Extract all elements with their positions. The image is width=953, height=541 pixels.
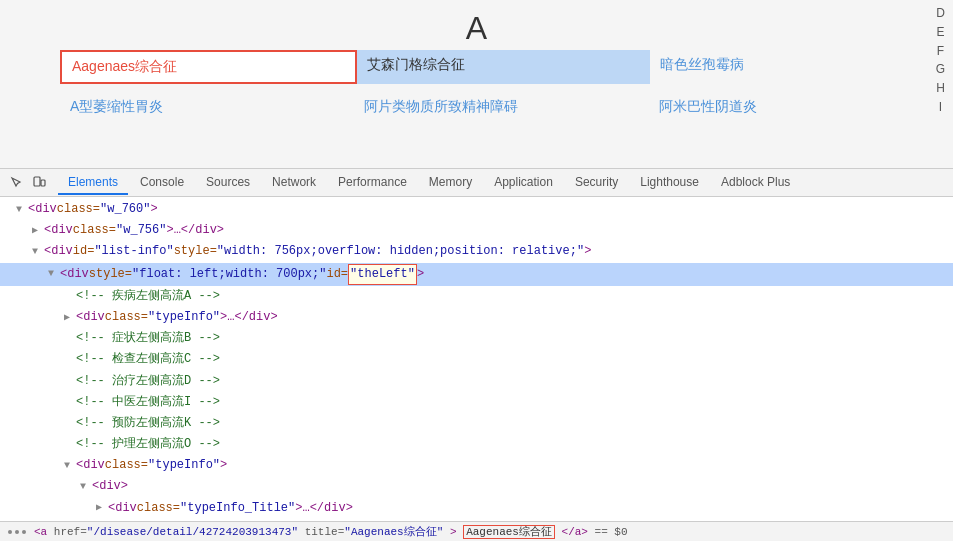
expand-arrow[interactable]: ▶	[96, 500, 108, 516]
page-content: Aagenaes综合征 艾森门格综合征 暗色丝孢霉病 A型萎缩性胃炎 阿片类物质…	[60, 50, 943, 130]
preview-area: A Aagenaes综合征 艾森门格综合征 暗色丝孢霉病 A型萎缩性胃炎 阿片类…	[0, 0, 953, 168]
disease-item-3[interactable]: 暗色丝孢霉病	[650, 50, 943, 84]
code-attr: class=	[57, 200, 100, 219]
tab-elements[interactable]: Elements	[58, 171, 128, 195]
disease-item-6[interactable]: 阿米巴性阴道炎	[649, 92, 943, 122]
disease-row-1: Aagenaes综合征 艾森门格综合征 暗色丝孢霉病	[60, 50, 943, 84]
code-line-15[interactable]: ▶ <div class="typeInfo_Title">…</div>	[0, 498, 953, 519]
tab-lighthouse[interactable]: Lighthouse	[630, 171, 709, 195]
tab-memory[interactable]: Memory	[419, 171, 482, 195]
disease-item-1[interactable]: Aagenaes综合征	[60, 50, 357, 84]
svg-rect-1	[41, 180, 45, 186]
inspect-element-icon[interactable]	[8, 174, 26, 192]
code-line-5[interactable]: ▶ <!-- 疾病左侧高流A -->	[0, 286, 953, 307]
id-highlight: "theLeft"	[348, 264, 417, 285]
alpha-D[interactable]: D	[936, 5, 945, 22]
devtools-statusbar: <a href="/disease/detail/42724203913473"…	[0, 521, 953, 541]
expand-arrow[interactable]: ▼	[32, 244, 44, 260]
expand-arrow[interactable]: ▶	[32, 223, 44, 239]
alpha-I[interactable]: I	[939, 99, 942, 116]
code-line-2[interactable]: ▶ <div class="w_756">…</div>	[0, 220, 953, 241]
disease-item-5[interactable]: 阿片类物质所致精神障碍	[354, 92, 648, 122]
status-dot-3	[22, 530, 26, 534]
tab-sources[interactable]: Sources	[196, 171, 260, 195]
status-link-text: Aagenaes综合征	[463, 525, 555, 539]
code-line-8[interactable]: ▶ <!-- 检查左侧高流C -->	[0, 349, 953, 370]
code-line-1[interactable]: ▼ <div class="w_760">	[0, 199, 953, 220]
letter-heading: A	[0, 10, 953, 47]
devtools-panel: Elements Console Sources Network Perform…	[0, 168, 953, 541]
tab-security[interactable]: Security	[565, 171, 628, 195]
code-line-9[interactable]: ▶ <!-- 治疗左侧高流D -->	[0, 371, 953, 392]
tab-performance[interactable]: Performance	[328, 171, 417, 195]
code-line-4[interactable]: ▼ <div style="float: left;width: 700px;"…	[0, 263, 953, 286]
crumb-a-tag: <a href="/disease/detail/42724203913473"…	[34, 524, 628, 539]
tab-adblock[interactable]: Adblock Plus	[711, 171, 800, 195]
code-line-7[interactable]: ▶ <!-- 症状左侧高流B -->	[0, 328, 953, 349]
code-line-10[interactable]: ▶ <!-- 中医左侧高流I -->	[0, 392, 953, 413]
code-line-3[interactable]: ▼ <div id="list-info" style="width: 756p…	[0, 241, 953, 262]
device-toolbar-icon[interactable]	[30, 174, 48, 192]
code-line-6[interactable]: ▶ <div class="typeInfo">…</div>	[0, 307, 953, 328]
expand-arrow[interactable]: ▼	[48, 266, 60, 282]
disease-item-2[interactable]: 艾森门格综合征	[357, 50, 650, 84]
tab-network[interactable]: Network	[262, 171, 326, 195]
code-tag: <div	[28, 200, 57, 219]
disease-item-4[interactable]: A型萎缩性胃炎	[60, 92, 354, 122]
alpha-G[interactable]: G	[936, 61, 945, 78]
devtools-icons	[8, 174, 48, 192]
expand-arrow[interactable]: ▼	[16, 202, 28, 218]
devtools-code-area[interactable]: ▼ <div class="w_760"> ▶ <div class="w_75…	[0, 197, 953, 521]
code-line-11[interactable]: ▶ <!-- 预防左侧高流K -->	[0, 413, 953, 434]
code-line-13[interactable]: ▼ <div class="typeInfo">	[0, 455, 953, 476]
status-dot-1	[8, 530, 12, 534]
alpha-E[interactable]: E	[936, 24, 944, 41]
expand-arrow[interactable]: ▼	[80, 479, 92, 495]
alpha-F[interactable]: F	[937, 43, 944, 60]
svg-rect-0	[34, 177, 40, 186]
devtools-toolbar: Elements Console Sources Network Perform…	[0, 169, 953, 197]
expand-arrow[interactable]: ▼	[64, 458, 76, 474]
tab-console[interactable]: Console	[130, 171, 194, 195]
code-line-12[interactable]: ▶ <!-- 护理左侧高流O -->	[0, 434, 953, 455]
code-value: "w_760"	[100, 200, 150, 219]
tab-application[interactable]: Application	[484, 171, 563, 195]
alpha-H[interactable]: H	[936, 80, 945, 97]
disease-row-2: A型萎缩性胃炎 阿片类物质所致精神障碍 阿米巴性阴道炎	[60, 92, 943, 122]
status-dot-2	[15, 530, 19, 534]
code-line-14[interactable]: ▼ <div>	[0, 476, 953, 497]
alphabet-sidebar: D E F G H I	[928, 0, 953, 168]
status-dots	[8, 530, 26, 534]
expand-arrow[interactable]: ▶	[64, 310, 76, 326]
